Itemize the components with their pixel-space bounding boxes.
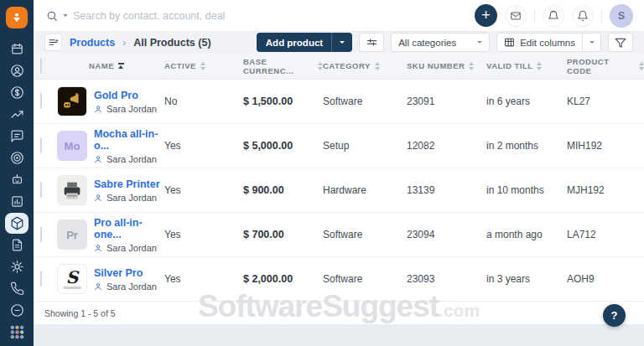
edit-columns-dropdown[interactable] [583, 33, 601, 52]
view-settings-button[interactable] [359, 33, 384, 52]
row-checkbox[interactable] [40, 182, 42, 198]
sidebar-item-settings[interactable] [3, 256, 30, 277]
valid-till-cell: in 3 years [486, 273, 567, 285]
sku-cell: 23091 [407, 96, 486, 107]
sidebar-item-calls[interactable] [3, 277, 30, 299]
edit-columns-button[interactable]: Edit columns [496, 33, 583, 52]
table-row[interactable]: Sabre Printer Sara Jordan Yes $ 900.00 H… [34, 168, 644, 213]
list-view-button[interactable] [44, 34, 62, 51]
sidebar-item-calendar[interactable] [3, 38, 30, 59]
sidebar-item-contacts[interactable] [3, 59, 30, 81]
categories-select[interactable]: All categories [391, 33, 490, 52]
user-icon [94, 155, 102, 163]
edit-columns-split: Edit columns [496, 33, 601, 52]
column-header-name[interactable]: NAME [57, 61, 164, 70]
price-cell: $ 5,000.00 [243, 140, 323, 152]
search-input[interactable] [73, 10, 308, 22]
category-cell: Setup [323, 140, 407, 152]
deals-icon [10, 85, 24, 100]
sidebar-item-goals[interactable] [3, 147, 30, 168]
sidebar-item-analytics[interactable] [3, 103, 30, 125]
column-header-product-code[interactable]: PRODUCT CODE [567, 57, 644, 75]
notifications-button[interactable] [572, 5, 594, 27]
product-code-cell: KL27 [567, 96, 644, 107]
product-thumbnail [57, 86, 87, 116]
user-icon [94, 105, 102, 113]
question-mark-icon: ? [611, 309, 618, 322]
table-footer: Showing 1 - 5 of 5 [34, 302, 644, 324]
edit-columns-label: Edit columns [520, 38, 575, 48]
product-name-link[interactable]: Silver Pro [94, 267, 157, 279]
sidebar-item-invoices[interactable] [3, 234, 30, 256]
salesmate-logo-icon[interactable] [6, 7, 28, 28]
sort-icon [469, 62, 474, 70]
column-label: CATEGORY [323, 61, 371, 70]
search-scope-caret-icon[interactable] [63, 14, 68, 17]
category-cell: Software [323, 229, 407, 240]
sort-icon [375, 62, 380, 70]
product-name-link[interactable]: Gold Pro [94, 90, 157, 101]
toolbar-actions: Add product All categories Edit columns [257, 33, 633, 52]
app-window: + S Products [0, 0, 644, 346]
sidebar-item-bot[interactable] [3, 168, 30, 190]
plus-icon: + [481, 8, 491, 23]
quick-add-button[interactable]: + [475, 4, 497, 27]
sidebar-item-reports[interactable] [3, 190, 30, 212]
column-header-category[interactable]: CATEGORY [323, 61, 407, 70]
add-product-dropdown[interactable] [331, 33, 352, 52]
product-name-link[interactable]: Mocha all-in-o... [94, 128, 164, 152]
help-button[interactable]: ? [603, 304, 626, 327]
mail-icon [510, 10, 522, 22]
row-checkbox[interactable] [40, 93, 42, 109]
sidebar-item-conversations[interactable] [3, 125, 30, 147]
table-row[interactable]: Mo Mocha all-in-o... Sara Jordan Yes $ 5… [34, 124, 644, 168]
row-checkbox[interactable] [40, 226, 42, 242]
table-row[interactable]: Pr Pro all-in-one... Sara Jordan Yes $ 7… [34, 213, 644, 257]
category-cell: Software [323, 273, 407, 285]
valid-till-cell: in 2 months [486, 140, 567, 152]
column-header-base-currenc[interactable]: BASE CURRENC... [243, 57, 323, 75]
sidebar-item-products[interactable] [3, 212, 30, 234]
column-label: ACTIVE [164, 61, 196, 70]
sku-cell: 23093 [407, 273, 486, 285]
active-cell: Yes [164, 229, 243, 240]
sidebar-items [3, 38, 30, 343]
product-name-link[interactable]: Pro all-in-one... [94, 217, 164, 240]
calendar-icon [10, 42, 24, 56]
sort-asc-icon [118, 63, 124, 69]
bot-icon [10, 173, 24, 187]
price-cell: $ 2,000.00 [243, 273, 323, 285]
sidebar-item-deals[interactable] [3, 81, 30, 103]
product-name-link[interactable]: Sabre Printer [94, 178, 160, 190]
announcements-button[interactable] [543, 5, 564, 27]
sidebar-item-apps[interactable] [3, 321, 30, 343]
divider [601, 9, 602, 23]
valid-till-cell: in 10 months [486, 184, 567, 196]
sku-cell: 12082 [407, 140, 486, 152]
row-checkbox[interactable] [40, 137, 42, 153]
column-header-active[interactable]: ACTIVE [164, 61, 243, 70]
sidebar-item-help[interactable] [3, 299, 30, 321]
add-product-button[interactable]: Add product [257, 33, 352, 52]
column-header-sku-number[interactable]: SKU NUMBER [407, 61, 486, 70]
email-button[interactable] [505, 5, 527, 27]
sort-icon [537, 62, 542, 70]
table-row[interactable]: S Silver Pro Sara Jordan Yes $ 2,000.00 … [34, 257, 644, 302]
table-row[interactable]: Gold Pro Sara Jordan No $ 1,500.00 Softw… [34, 80, 644, 124]
campaign-icon [548, 10, 559, 22]
user-avatar[interactable]: S [610, 4, 633, 28]
breadcrumb-products-link[interactable]: Products [70, 37, 115, 49]
column-header-valid-till[interactable]: VALID TILL [486, 61, 567, 70]
row-checkbox[interactable] [40, 271, 42, 287]
sort-icon [200, 62, 205, 70]
product-code-cell: MJH192 [567, 184, 644, 196]
product-code-cell: LA712 [567, 229, 644, 240]
column-label: VALID TILL [486, 61, 532, 70]
sidebar [0, 0, 34, 346]
page-background [34, 324, 644, 346]
sku-cell: 13139 [407, 184, 486, 196]
products-icon [5, 213, 29, 234]
filter-button[interactable] [608, 33, 633, 52]
product-owner: Sara Jordan [94, 154, 164, 164]
select-all-checkbox[interactable] [40, 58, 42, 74]
